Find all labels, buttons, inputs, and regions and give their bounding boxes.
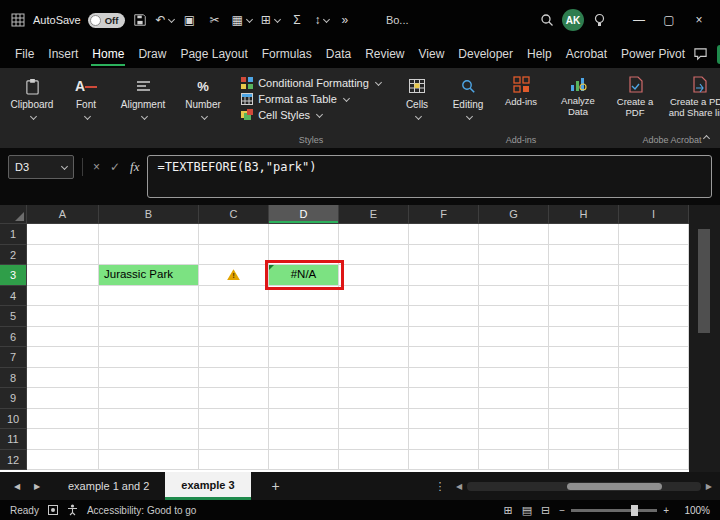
cell-H3[interactable] <box>549 265 619 286</box>
cell-H2[interactable] <box>549 245 619 266</box>
cell-A1[interactable] <box>27 224 99 245</box>
cell-D5[interactable] <box>269 306 339 327</box>
cell-C6[interactable] <box>199 327 269 348</box>
cell-H5[interactable] <box>549 306 619 327</box>
cell-C11[interactable] <box>199 429 269 450</box>
cell-I5[interactable] <box>619 306 689 327</box>
sheet-nav-right-icon[interactable]: ▶ <box>28 482 46 491</box>
editing-dropdown-icon[interactable] <box>465 113 472 120</box>
cell-B2[interactable] <box>99 245 199 266</box>
cell-G12[interactable] <box>479 450 549 471</box>
cell-D7[interactable] <box>269 347 339 368</box>
excel-app-icon[interactable] <box>10 11 26 29</box>
new-sheet-button[interactable]: + <box>267 478 285 494</box>
column-header-F[interactable]: F <box>409 205 479 224</box>
cell-G1[interactable] <box>479 224 549 245</box>
cell-D10[interactable] <box>269 409 339 430</box>
column-header-G[interactable]: G <box>479 205 549 224</box>
cell-C3[interactable]: ! <box>199 265 269 286</box>
cf-dropdown-icon[interactable] <box>375 78 382 85</box>
borders-icon[interactable]: ⊞ <box>261 11 280 29</box>
cell-I1[interactable] <box>619 224 689 245</box>
name-box[interactable]: D3 <box>8 155 74 179</box>
row-header-12[interactable]: 12 <box>0 450 27 471</box>
save-icon[interactable] <box>132 11 148 29</box>
formula-input[interactable]: =TEXTBEFORE(B3,"park") <box>147 155 712 198</box>
alignment-dropdown-icon[interactable] <box>140 113 147 120</box>
menu-tab-insert[interactable]: Insert <box>41 42 85 67</box>
row-header-2[interactable]: 2 <box>0 245 27 266</box>
cell-C8[interactable] <box>199 368 269 389</box>
accessibility-icon[interactable] <box>67 504 78 516</box>
cell-F7[interactable] <box>409 347 479 368</box>
cell-G2[interactable] <box>479 245 549 266</box>
autosave-toggle[interactable]: Off <box>88 13 126 28</box>
font-dropdown-icon[interactable] <box>83 113 90 120</box>
cell-D8[interactable] <box>269 368 339 389</box>
cell-C12[interactable] <box>199 450 269 471</box>
ribbon-group-alignment[interactable]: Alignment <box>112 71 174 148</box>
horizontal-scrollbar[interactable]: ◀ ▶ <box>456 482 712 491</box>
cell-G6[interactable] <box>479 327 549 348</box>
cell-B3[interactable]: Jurassic Park <box>99 265 199 286</box>
cell-A5[interactable] <box>27 306 99 327</box>
page-layout-view-icon[interactable]: ▤ <box>522 504 532 517</box>
cells-dropdown-icon[interactable] <box>414 113 421 120</box>
cell-E8[interactable] <box>339 368 409 389</box>
column-header-I[interactable]: I <box>619 205 689 224</box>
cell-styles-dropdown-icon[interactable] <box>316 110 323 117</box>
accessibility-status[interactable]: Accessibility: Good to go <box>87 505 197 516</box>
cell-B12[interactable] <box>99 450 199 471</box>
ribbon-group-clipboard[interactable]: Clipboard <box>4 71 60 148</box>
maximize-button[interactable]: ▢ <box>654 0 684 40</box>
select-all-button[interactable] <box>0 205 27 224</box>
cell-G10[interactable] <box>479 409 549 430</box>
vertical-scrollbar[interactable] <box>689 205 720 472</box>
menu-tab-view[interactable]: View <box>412 42 452 67</box>
close-button[interactable]: × <box>684 0 714 40</box>
cell-E11[interactable] <box>339 429 409 450</box>
search-icon[interactable] <box>539 11 555 29</box>
zoom-in-icon[interactable]: + <box>663 505 669 516</box>
cell-A7[interactable] <box>27 347 99 368</box>
cell-D9[interactable] <box>269 388 339 409</box>
sort-filter-icon[interactable]: ↕ <box>314 11 330 29</box>
cell-G4[interactable] <box>479 286 549 307</box>
name-box-dropdown-icon[interactable] <box>61 162 68 169</box>
cell-I3[interactable] <box>619 265 689 286</box>
cell-G5[interactable] <box>479 306 549 327</box>
cell-A3[interactable] <box>27 265 99 286</box>
format-as-table-button[interactable]: Format as Table <box>241 93 349 105</box>
cell-F12[interactable] <box>409 450 479 471</box>
hscroll-right-icon[interactable]: ▶ <box>706 482 712 491</box>
column-header-C[interactable]: C <box>199 205 269 224</box>
cell-H10[interactable] <box>549 409 619 430</box>
cell-D4[interactable] <box>269 286 339 307</box>
cell-D12[interactable] <box>269 450 339 471</box>
cell-C4[interactable] <box>199 286 269 307</box>
qat-overflow-icon[interactable]: » <box>337 11 353 29</box>
cell-B7[interactable] <box>99 347 199 368</box>
cell-E1[interactable] <box>339 224 409 245</box>
ribbon-group-editing[interactable]: Editing <box>444 71 492 148</box>
cell-B11[interactable] <box>99 429 199 450</box>
clipboard-dropdown-icon[interactable] <box>29 113 36 120</box>
ribbon-group-number[interactable]: % Number <box>178 71 228 148</box>
menu-tab-data[interactable]: Data <box>319 42 358 67</box>
cell-B8[interactable] <box>99 368 199 389</box>
cell-F2[interactable] <box>409 245 479 266</box>
copy-icon[interactable]: ▣ <box>181 11 197 29</box>
ribbon-group-font[interactable]: A Font <box>64 71 108 148</box>
row-header-1[interactable]: 1 <box>0 224 27 245</box>
cell-C9[interactable] <box>199 388 269 409</box>
cell-I4[interactable] <box>619 286 689 307</box>
cell-B6[interactable] <box>99 327 199 348</box>
cell-I11[interactable] <box>619 429 689 450</box>
cell-C7[interactable] <box>199 347 269 368</box>
cell-D11[interactable] <box>269 429 339 450</box>
menu-tab-home[interactable]: Home <box>85 42 131 67</box>
cell-C2[interactable] <box>199 245 269 266</box>
sheet-nav-left-icon[interactable]: ◀ <box>8 482 26 491</box>
lightbulb-icon[interactable] <box>591 11 607 29</box>
zoom-thumb[interactable] <box>631 505 638 516</box>
